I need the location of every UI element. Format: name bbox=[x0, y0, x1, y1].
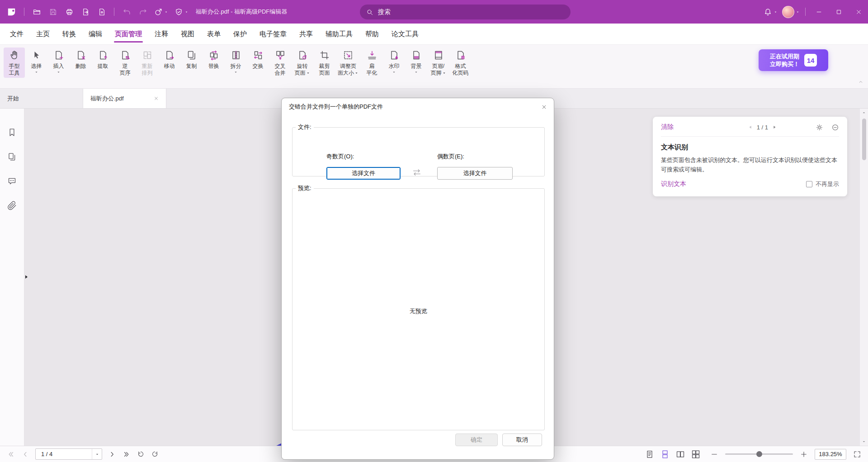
user-avatar[interactable] bbox=[780, 5, 802, 19]
minimize-button[interactable] bbox=[809, 0, 828, 24]
ribbon-tool-move-pages[interactable]: 移动 bbox=[159, 48, 180, 71]
quick-access-toolbar bbox=[5, 5, 190, 19]
view-mode-continuous-facing[interactable] bbox=[689, 450, 703, 459]
swap-pages-icon bbox=[252, 49, 264, 62]
open-file-button[interactable] bbox=[30, 5, 43, 19]
menu-item-file[interactable]: 文件 bbox=[4, 24, 30, 44]
zoom-slider[interactable] bbox=[725, 453, 793, 455]
recognize-text-link[interactable]: 识别文本 bbox=[661, 180, 686, 188]
page-number-box[interactable]: 1 / 4 bbox=[35, 448, 102, 460]
view-mode-continuous[interactable] bbox=[658, 450, 672, 459]
maximize-button[interactable] bbox=[829, 0, 848, 24]
scroll-up-arrow[interactable] bbox=[862, 110, 866, 115]
ribbon-tool-delete-pages[interactable]: 删除 bbox=[70, 48, 91, 71]
notice-settings-button[interactable] bbox=[816, 124, 823, 131]
ribbon-tool-interleave-merge[interactable]: 交叉合并 bbox=[269, 48, 291, 78]
zoom-in-button[interactable] bbox=[797, 450, 810, 458]
menu-item-share[interactable]: 共享 bbox=[293, 24, 319, 44]
interleave-merge-icon bbox=[274, 49, 287, 62]
ribbon-tool-header-footer[interactable]: 页眉/页脚 bbox=[428, 48, 449, 78]
collapse-notice-button[interactable] bbox=[831, 124, 839, 131]
view-mode-single-page[interactable] bbox=[643, 450, 656, 459]
menu-item-edit[interactable]: 编辑 bbox=[82, 24, 108, 44]
ok-button: 确定 bbox=[455, 433, 498, 446]
rotate-right-button[interactable] bbox=[149, 450, 161, 458]
menu-item-home[interactable]: 主页 bbox=[30, 24, 56, 44]
user-avatar-caret-icon[interactable] bbox=[796, 10, 800, 14]
ribbon-tool-split-document[interactable]: 拆分 bbox=[225, 48, 246, 76]
ribbon-tool-swap-pages[interactable]: 交换 bbox=[247, 48, 269, 71]
cancel-button[interactable]: 取消 bbox=[502, 433, 542, 446]
sidebar-page-thumbnails-icon[interactable] bbox=[7, 152, 17, 162]
ribbon-tool-rotate-pages[interactable]: 旋转页面 bbox=[292, 48, 313, 78]
ribbon-tool-resize-pages[interactable]: 调整页面大小 bbox=[336, 48, 360, 78]
menu-item-page-organize[interactable]: 页面管理 bbox=[108, 24, 148, 44]
sidebar-bookmarks-icon[interactable] bbox=[7, 128, 17, 137]
sidebar-attachments-icon[interactable] bbox=[7, 201, 17, 210]
tool-label: 裁剪页面 bbox=[319, 63, 330, 76]
notifications-button-caret-icon[interactable] bbox=[774, 10, 778, 14]
fullscreen-button[interactable] bbox=[851, 450, 863, 458]
collapse-ribbon-button[interactable] bbox=[858, 79, 863, 85]
menu-item-view[interactable]: 视图 bbox=[175, 24, 201, 44]
buy-now-text: 立即购买！ bbox=[770, 60, 799, 68]
menu-item-thesis-tools[interactable]: 论文工具 bbox=[385, 24, 425, 44]
ribbon-tool-format-page-numbers[interactable]: 12格式化页码 bbox=[450, 48, 471, 78]
email-doc-button[interactable] bbox=[95, 5, 108, 19]
doc-tab-document[interactable]: 福昕办公.pdf bbox=[83, 89, 166, 108]
print-button[interactable] bbox=[62, 5, 76, 19]
close-button[interactable] bbox=[849, 0, 868, 24]
sidebar-comments-icon[interactable] bbox=[7, 176, 17, 186]
ribbon-tool-crop-pages[interactable]: 裁剪页面 bbox=[314, 48, 335, 78]
scrollbar-thumb[interactable] bbox=[862, 119, 866, 160]
ribbon-tool-watermark[interactable]: 水印 bbox=[383, 48, 405, 76]
next-page-button[interactable] bbox=[106, 450, 118, 458]
menu-item-help[interactable]: 帮助 bbox=[359, 24, 385, 44]
zoom-out-button[interactable] bbox=[708, 450, 721, 458]
search-input[interactable]: 搜索 bbox=[360, 5, 571, 19]
notice-header: 清除 1 / 1 bbox=[661, 123, 839, 137]
share-button-caret-icon[interactable] bbox=[164, 10, 168, 14]
menu-item-accessibility[interactable]: 辅助工具 bbox=[319, 24, 359, 44]
vertical-scrollbar[interactable] bbox=[859, 109, 868, 446]
text-recognition-panel: 清除 1 / 1 文本识别 某些页面包含未被识别的文本。您可以运行文本识别以便使… bbox=[653, 117, 847, 196]
share-button[interactable] bbox=[152, 5, 170, 19]
sidebar-expand-handle[interactable] bbox=[24, 274, 29, 280]
ribbon-tool-copy-pages[interactable]: 复制 bbox=[181, 48, 202, 71]
next-notice-button[interactable] bbox=[772, 125, 777, 129]
clear-notices-button[interactable]: 清除 bbox=[661, 123, 674, 131]
trial-banner[interactable]: 正在试用期 立即购买！ 14 bbox=[759, 49, 828, 71]
export-pdf-button[interactable] bbox=[79, 5, 92, 19]
dialog-close-button[interactable] bbox=[534, 98, 554, 115]
menu-item-esign[interactable]: 电子签章 bbox=[253, 24, 293, 44]
ribbon-tool-insert-pages[interactable]: 插入 bbox=[48, 48, 69, 76]
notifications-button[interactable] bbox=[762, 5, 779, 19]
page-dropdown-button[interactable] bbox=[92, 449, 102, 459]
doc-tab-start[interactable]: 开始 bbox=[0, 89, 83, 108]
zoom-level-box[interactable]: 183.25% bbox=[815, 449, 846, 460]
protect-button[interactable] bbox=[173, 5, 190, 19]
rotate-left-button[interactable] bbox=[135, 450, 147, 458]
dont-show-checkbox[interactable] bbox=[806, 181, 812, 187]
ribbon-tool-reverse-page-order[interactable]: 逆页序 bbox=[114, 48, 136, 78]
ribbon-tool-extract-pages[interactable]: 提取 bbox=[92, 48, 113, 71]
select-odd-file-button[interactable]: 选择文件 bbox=[326, 167, 401, 180]
menu-item-protect[interactable]: 保护 bbox=[227, 24, 253, 44]
view-mode-buttons bbox=[643, 450, 703, 459]
tab-close-button[interactable] bbox=[154, 96, 159, 101]
view-mode-facing[interactable] bbox=[674, 450, 687, 459]
ribbon-tool-replace-pages[interactable]: 替换 bbox=[203, 48, 224, 71]
trial-days-badge: 14 bbox=[804, 54, 817, 67]
zoom-slider-thumb[interactable] bbox=[756, 451, 762, 457]
scroll-down-arrow[interactable] bbox=[862, 439, 866, 444]
menu-item-convert[interactable]: 转换 bbox=[56, 24, 82, 44]
menu-item-form[interactable]: 表单 bbox=[201, 24, 227, 44]
ribbon-tool-hand-tool[interactable]: 手型工具 bbox=[4, 48, 25, 78]
ribbon-tool-select-tool[interactable]: 选择 bbox=[26, 48, 47, 76]
menu-item-comment[interactable]: 注释 bbox=[148, 24, 175, 44]
last-page-button[interactable] bbox=[120, 450, 133, 458]
select-even-file-button[interactable]: 选择文件 bbox=[437, 167, 513, 180]
ribbon-tool-background[interactable]: 背景 bbox=[406, 48, 427, 76]
ribbon-tool-flatten-pages[interactable]: 扁平化 bbox=[361, 48, 382, 78]
protect-button-caret-icon[interactable] bbox=[184, 10, 189, 14]
